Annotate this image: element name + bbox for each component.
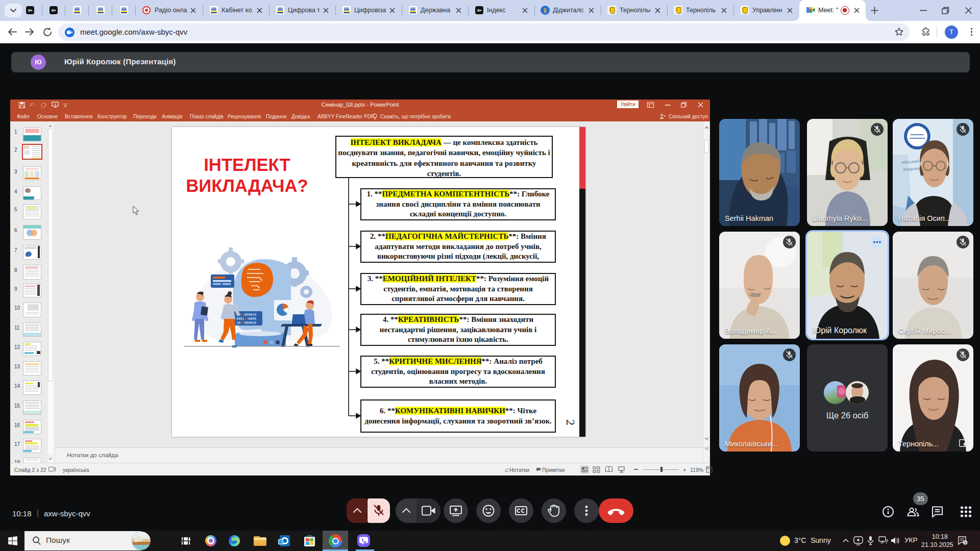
svg-text:1001000010: 1001000010 bbox=[236, 321, 256, 325]
svg-text:2: 2 bbox=[964, 541, 967, 545]
svg-text:0001100000: 0001100000 bbox=[236, 317, 256, 321]
